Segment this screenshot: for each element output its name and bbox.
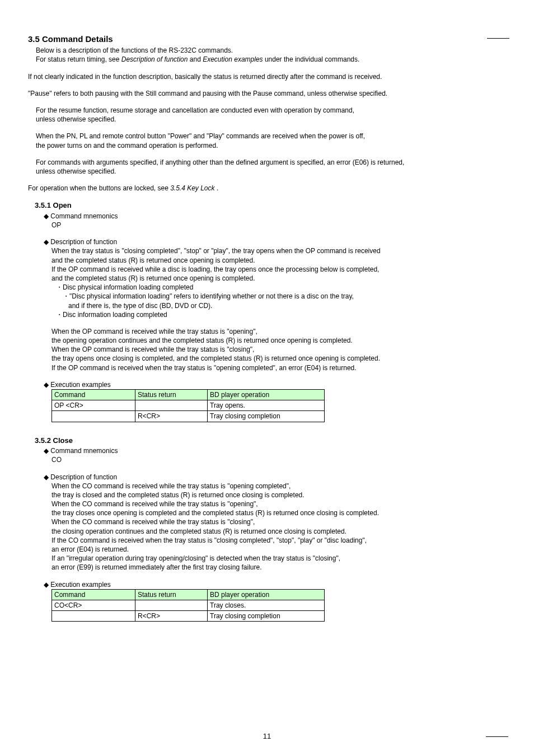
intro-block: Below is a description of the functions … xyxy=(36,46,506,64)
open-b2-text: Disc information loading completed xyxy=(63,311,167,319)
th-command: Command xyxy=(52,390,135,400)
open-mnemonic: OP xyxy=(51,221,506,230)
para-power-2: the power turns on and the command opera… xyxy=(36,141,506,150)
cell xyxy=(135,600,208,610)
close-example-table: Command Status return BD player operatio… xyxy=(51,589,325,622)
intro-post: under the individual commands. xyxy=(263,55,360,63)
table-header-row: Command Status return BD player operatio… xyxy=(52,589,325,600)
intro-mid: and xyxy=(188,55,203,63)
keylock-post: . xyxy=(215,184,219,192)
th-status: Status return xyxy=(135,390,208,400)
close-desc-label: ◆ Description of function xyxy=(44,473,506,482)
th-operation: BD player operation xyxy=(208,390,325,400)
open-d5: When the OP command is received while th… xyxy=(51,327,506,336)
table-row: OP <CR> Tray opens. xyxy=(52,400,325,411)
open-d9: If the OP command is received when the t… xyxy=(51,363,506,372)
open-d7: When the OP command is received while th… xyxy=(51,345,506,354)
open-heading: 3.5.1 Open xyxy=(35,200,506,211)
close-d6: the closing operation continues and the … xyxy=(51,527,506,536)
close-d5: When the CO command is received while th… xyxy=(51,517,506,526)
close-ex-label: ◆ Execution examples xyxy=(44,580,506,589)
cell: CO<CR> xyxy=(52,600,135,610)
intro-pre: For status return timing, see xyxy=(36,55,121,63)
para-not-clearly: If not clearly indicated in the function… xyxy=(28,72,506,81)
table-header-row: Command Status return BD player operatio… xyxy=(52,390,325,400)
cell: Tray closes. xyxy=(208,600,325,610)
close-desc-body: When the CO command is received while th… xyxy=(51,482,506,572)
table-row: CO<CR> Tray closes. xyxy=(52,600,325,610)
open-d3: If the OP command is received while a di… xyxy=(51,265,506,274)
open-d8: the tray opens once closing is completed… xyxy=(51,354,506,363)
open-ex-label: ◆ Execution examples xyxy=(44,380,506,389)
cell: Tray closing completion xyxy=(208,611,325,622)
close-d1: When the CO command is received while th… xyxy=(51,482,506,491)
page-number: 11 xyxy=(0,731,534,741)
para-resume-2: unless otherwise specified. xyxy=(36,115,506,124)
th-operation: BD player operation xyxy=(208,589,325,600)
cell xyxy=(52,411,135,422)
table-row: R<CR> Tray closing completion xyxy=(52,611,325,622)
para-args: For commands with arguments specified, i… xyxy=(36,158,506,176)
para-resume: For the resume function, resume storage … xyxy=(36,106,506,124)
open-bullet-1: Disc physical information loading comple… xyxy=(56,283,506,292)
cell: Tray opens. xyxy=(208,400,325,411)
close-mnemonic: CO xyxy=(51,455,506,464)
cell xyxy=(135,400,208,411)
top-rule xyxy=(487,38,509,39)
open-bullet-2: Disc information loading completed xyxy=(56,310,506,319)
th-command: Command xyxy=(52,589,135,600)
open-sub-2: and if there is, the type of disc (BD, D… xyxy=(68,301,506,310)
open-example-table: Command Status return BD player operatio… xyxy=(51,389,325,422)
th-status: Status return xyxy=(135,589,208,600)
open-b1-text: Disc physical information loading comple… xyxy=(63,283,193,291)
cell: Tray closing completion xyxy=(208,411,325,422)
close-cmd-mnemonics-label: ◆ Command mnemonics xyxy=(44,446,506,455)
close-d10: an error (E99) is returned immediately a… xyxy=(51,563,506,572)
open-d4: and the completed status (R) is returned… xyxy=(51,274,506,283)
keylock-pre: For operation when the buttons are locke… xyxy=(28,184,170,192)
close-d7: If the CO command is received when the t… xyxy=(51,536,506,545)
open-desc-body: When the tray status is "closing complet… xyxy=(51,246,506,372)
para-pause: "Pause" refers to both pausing with the … xyxy=(28,89,506,98)
intro-line-2: For status return timing, see Descriptio… xyxy=(36,55,506,64)
open-d2: and the completed status (R) is returned… xyxy=(51,256,506,265)
open-cmd-mnemonics-label: ◆ Command mnemonics xyxy=(44,212,506,221)
cell: R<CR> xyxy=(135,411,208,422)
close-d8: an error (E04) is returned. xyxy=(51,545,506,554)
table-row: R<CR> Tray closing completion xyxy=(52,411,325,422)
cell: OP <CR> xyxy=(52,400,135,411)
cell xyxy=(52,611,135,622)
para-power: When the PN, PL and remote control butto… xyxy=(36,132,506,150)
close-heading: 3.5.2 Close xyxy=(35,436,506,446)
intro-italic-2: Execution examples xyxy=(203,55,263,63)
intro-line-1: Below is a description of the functions … xyxy=(36,46,506,55)
section-heading: 3.5 Command Details xyxy=(28,34,506,45)
close-d4: the tray closes once opening is complete… xyxy=(51,508,506,517)
open-d1: When the tray status is "closing complet… xyxy=(51,246,506,255)
para-power-1: When the PN, PL and remote control butto… xyxy=(36,132,506,141)
intro-italic-1: Description of function xyxy=(121,55,188,63)
close-d9: If an "irregular operation during tray o… xyxy=(51,554,506,563)
keylock-italic: 3.5.4 Key Lock xyxy=(170,184,214,192)
bottom-rule xyxy=(486,736,508,737)
para-resume-1: For the resume function, resume storage … xyxy=(36,106,506,115)
open-d6: the opening operation continues and the … xyxy=(51,336,506,345)
para-args-1: For commands with arguments specified, i… xyxy=(36,158,506,167)
close-d3: When the CO command is received while th… xyxy=(51,500,506,508)
close-d2: the tray is closed and the completed sta… xyxy=(51,491,506,500)
open-desc-label: ◆ Description of function xyxy=(44,237,506,246)
para-args-2: unless otherwise specified. xyxy=(36,167,506,176)
para-keylock: For operation when the buttons are locke… xyxy=(28,184,506,193)
cell: R<CR> xyxy=(135,611,208,622)
open-s1-text: "Disc physical information loading" refe… xyxy=(69,292,354,300)
open-sub-1: "Disc physical information loading" refe… xyxy=(63,292,506,301)
